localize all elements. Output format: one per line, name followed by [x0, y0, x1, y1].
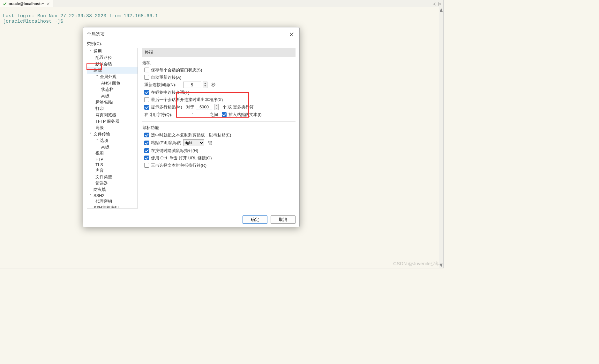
tree-item-label: SSH主机密钥 — [94, 205, 119, 208]
checkbox-auto-reconnect[interactable] — [144, 75, 149, 80]
tree-item-23[interactable]: ˅SSH2 — [87, 193, 138, 198]
label-save-window-state: 保存每个会话的窗口状态(S) — [151, 67, 202, 73]
tree-item-label: FTP — [95, 157, 103, 162]
checkbox-connect-in-tab[interactable] — [144, 90, 149, 95]
tree-item-label: 高级 — [101, 144, 109, 150]
tree-item-label: 筛选器 — [95, 180, 108, 186]
tree-item-label: 全局外观 — [100, 74, 116, 80]
annotation-highlight-1 — [86, 63, 102, 70]
app-window: oracle@localhost:~ ◁ ▷ Last login: Mon N… — [0, 0, 444, 268]
checkbox-ctrl-click-url[interactable] — [144, 156, 149, 160]
checkbox-copy-on-select[interactable] — [144, 133, 149, 137]
reconnect-interval-spinner[interactable]: ▲▼ — [203, 82, 207, 88]
tree-item-10[interactable]: 网页浏览器 — [87, 112, 138, 118]
tree-item-15[interactable]: 高级 — [87, 144, 138, 150]
tree-item-label: 防火墙 — [94, 187, 106, 193]
tab-close-button[interactable] — [46, 2, 50, 6]
tab-next-button[interactable]: ▷ — [438, 1, 442, 6]
tree-item-5[interactable]: ANSI 颜色 — [87, 80, 138, 86]
tree-item-label: 声音 — [95, 168, 104, 173]
tree-item-label: SSH2 — [94, 193, 104, 198]
tree-item-label: ANSI 颜色 — [101, 80, 120, 86]
tree-item-11[interactable]: TFTP 服务器 — [87, 118, 138, 125]
tree-expander-icon[interactable]: ˅ — [89, 132, 92, 137]
tree-item-label: 文件类型 — [95, 174, 112, 180]
tree-expander-icon[interactable]: ˅ — [89, 193, 92, 198]
tree-expander-icon[interactable]: ˅ — [95, 138, 99, 143]
terminal-line-1: Last login: Mon Nov 27 22:39:33 2023 fro… — [3, 13, 158, 19]
panel-header: 终端 — [142, 48, 296, 57]
tree-item-6[interactable]: 状态栏 — [87, 86, 138, 93]
tree-item-9[interactable]: 打印 — [87, 106, 138, 112]
tree-item-label: 打印 — [95, 106, 104, 112]
global-options-dialog: 全局选项 类别(C): ˅通用配置路径默认会话˅终端˅全局外观ANSI 颜色状态… — [83, 27, 300, 227]
category-tree[interactable]: ˅通用配置路径默认会话˅终端˅全局外观ANSI 颜色状态栏高级标签/磁贴打印网页… — [87, 48, 138, 208]
checkbox-hide-pointer[interactable] — [144, 148, 149, 153]
tree-item-14[interactable]: ˅选项 — [87, 137, 138, 144]
tree-item-label: 配置路径 — [95, 55, 112, 61]
tree-item-label: 标签/磁贴 — [95, 99, 113, 105]
label-key: 键 — [208, 140, 212, 146]
label-ctrl-click-url: 使用 Ctrl+单击 打开 URL 链接(O) — [151, 155, 212, 161]
dialog-close-button[interactable] — [288, 31, 296, 38]
tree-item-1[interactable]: 配置路径 — [87, 55, 138, 61]
tree-item-0[interactable]: ˅通用 — [87, 48, 138, 55]
watermark-text: CSDN @Juvenile少年 — [393, 261, 440, 267]
label-copy-on-select: 选中时就把文本复制到剪贴板，以待粘贴(E) — [151, 132, 231, 138]
tree-item-label: 视图 — [95, 150, 104, 156]
label-reconnect-interval: 重新连接间隔(N): — [144, 82, 176, 88]
options-section-label: 选项 — [142, 60, 296, 66]
tree-item-label: 网页浏览器 — [95, 112, 116, 118]
tab-bar: oracle@localhost:~ ◁ ▷ — [0, 0, 443, 7]
tree-item-25[interactable]: SSH主机密钥 — [87, 205, 138, 208]
tree-item-4[interactable]: ˅全局外观 — [87, 74, 138, 80]
label-seconds: 秒 — [211, 82, 215, 88]
tree-item-21[interactable]: 筛选器 — [87, 180, 138, 186]
settings-panel: 终端 选项 保存每个会话的窗口状态(S) 自动重新连接(A) 重新连接间隔(N)… — [142, 48, 296, 208]
ok-button[interactable]: 确定 — [243, 215, 267, 224]
tree-item-18[interactable]: TLS — [87, 162, 138, 167]
tab-nav-arrows: ◁ ▷ — [432, 0, 442, 7]
tree-item-label: 状态栏 — [101, 87, 114, 92]
checkbox-exit-on-last[interactable] — [144, 97, 149, 102]
check-icon — [3, 2, 7, 6]
tree-item-label: 高级 — [95, 125, 104, 131]
close-icon — [47, 2, 50, 5]
close-icon — [289, 32, 294, 37]
tree-item-label: 代理密钥 — [95, 199, 112, 204]
tree-expander-icon[interactable]: ˅ — [95, 75, 99, 79]
tree-item-20[interactable]: 文件类型 — [87, 174, 138, 180]
terminal-prompt: [oracle@localhost ~]$ — [3, 19, 63, 24]
label-auto-reconnect: 自动重新连接(A) — [151, 75, 181, 80]
reconnect-interval-input[interactable] — [183, 82, 201, 88]
vertical-scrollbar[interactable] — [439, 7, 443, 268]
session-tab[interactable]: oracle@localhost:~ — [0, 0, 53, 7]
tree-item-16[interactable]: 视图 — [87, 150, 138, 157]
tree-item-12[interactable]: 高级 — [87, 125, 138, 131]
checkbox-triple-click-newline[interactable] — [144, 163, 149, 168]
tree-item-8[interactable]: 标签/磁贴 — [87, 99, 138, 106]
tree-item-17[interactable]: FTP — [87, 157, 138, 162]
label-triple-click-newline: 三击选择文本时包括换行符(R) — [151, 163, 206, 168]
label-hide-pointer: 在按键时隐藏鼠标指针(H) — [151, 148, 198, 154]
category-label: 类别(C): — [83, 41, 299, 48]
tree-item-24[interactable]: 代理密钥 — [87, 198, 138, 205]
tree-item-label: 通用 — [94, 48, 102, 54]
tree-expander-icon[interactable]: ˅ — [89, 49, 92, 54]
cancel-button[interactable]: 取消 — [271, 215, 296, 224]
dialog-title: 全局选项 — [87, 32, 105, 37]
tree-item-label: 选项 — [100, 138, 108, 143]
tree-item-label: TLS — [95, 162, 103, 167]
checkbox-paste-mouse[interactable] — [144, 141, 149, 145]
paste-mouse-button-select[interactable]: right — [183, 139, 204, 146]
tree-item-7[interactable]: 高级 — [87, 93, 138, 99]
tree-item-13[interactable]: ˅文件传输 — [87, 131, 138, 137]
tree-item-22[interactable]: 防火墙 — [87, 186, 138, 193]
tree-item-19[interactable]: 声音 — [87, 167, 138, 174]
checkbox-save-window-state[interactable] — [144, 68, 149, 72]
mouse-section-label: 鼠标功能 — [142, 125, 296, 131]
tab-prev-button[interactable]: ◁ — [432, 1, 437, 6]
checkbox-prompt-multiline-paste[interactable] — [144, 105, 149, 110]
annotation-highlight-2 — [176, 92, 249, 118]
tree-item-label: 文件传输 — [94, 131, 110, 137]
